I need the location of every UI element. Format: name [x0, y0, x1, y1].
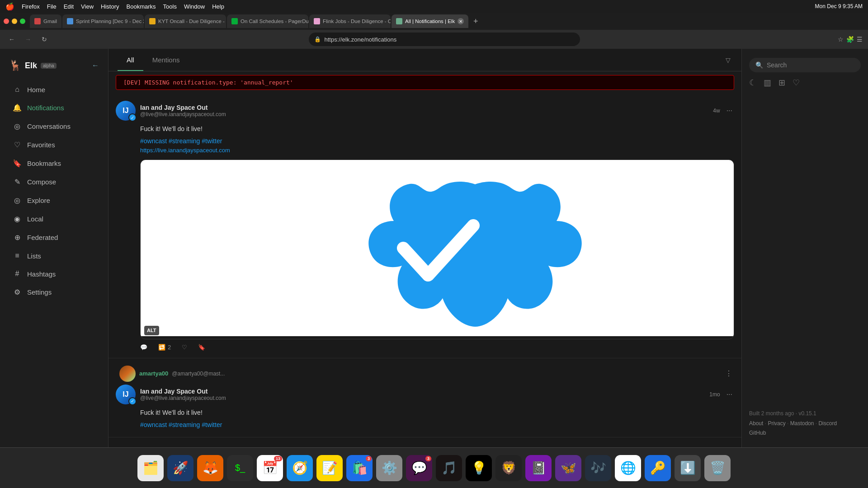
- menu-history[interactable]: History: [101, 3, 119, 10]
- sidebar-item-federated[interactable]: ⊕ Federated: [4, 229, 104, 246]
- hashtag-owncast-1[interactable]: #owncast: [140, 137, 167, 145]
- boost-button-1[interactable]: 🔁 2: [158, 344, 171, 351]
- reload-button[interactable]: ↻: [38, 33, 51, 46]
- dock-slack[interactable]: 💬 3: [406, 455, 432, 481]
- booster-name[interactable]: amartya00: [139, 370, 168, 377]
- footer-links: About · Privacy · Mastodon · Discord Git…: [749, 419, 861, 438]
- tab-elk[interactable]: All | Notifications | Elk ✕: [392, 14, 468, 28]
- dock-clion[interactable]: 🦁: [495, 455, 522, 481]
- dock-finder[interactable]: 🗂️: [137, 455, 164, 481]
- hashtag-twitter-2[interactable]: #twitter: [202, 421, 222, 428]
- dock-chrome[interactable]: 🌐: [615, 455, 641, 481]
- dock-appstore[interactable]: 🛍️ 3: [346, 455, 373, 481]
- tab-sprint[interactable]: Sprint Planning [Dec 9 - Dec 2...: [62, 14, 144, 28]
- dock-launchpad[interactable]: 🚀: [167, 455, 193, 481]
- bookmark-button-1[interactable]: 🔖: [198, 344, 205, 351]
- post-image-1[interactable]: ALT: [140, 160, 734, 339]
- sidebar-item-settings[interactable]: ⚙ Settings: [4, 283, 104, 301]
- dock-calendar[interactable]: 📅 13: [257, 455, 283, 481]
- back-button[interactable]: ←: [5, 33, 18, 46]
- tab-favicon-kyt: [149, 18, 156, 24]
- post-menu-boost[interactable]: ⋮: [723, 367, 734, 380]
- filter-button[interactable]: ▽: [726, 56, 732, 64]
- hashtag-owncast-2[interactable]: #owncast: [140, 421, 167, 428]
- footer-github[interactable]: GitHub: [749, 430, 766, 436]
- hashtag-streaming-2[interactable]: #streaming: [169, 421, 200, 428]
- dock-system[interactable]: ⚙️: [376, 455, 402, 481]
- tab-flink[interactable]: Flink Jobs - Due Diligence - Co...: [309, 14, 391, 28]
- alt-badge-1[interactable]: ALT: [144, 326, 159, 335]
- sidebar-item-favorites[interactable]: ♡ Favorites: [4, 136, 104, 154]
- menu-edit[interactable]: Edit: [64, 3, 74, 10]
- close-button[interactable]: [4, 19, 9, 24]
- dock-trash[interactable]: 🗑️: [704, 455, 731, 481]
- avatar-2[interactable]: IJ ✓: [116, 385, 136, 404]
- moon-icon[interactable]: ☾: [749, 78, 756, 88]
- dock-1password[interactable]: 🔑: [645, 455, 671, 481]
- menu-firefox[interactable]: Firefox: [22, 3, 40, 10]
- footer-about[interactable]: About: [749, 420, 763, 427]
- booster-avatar[interactable]: [119, 366, 136, 382]
- tab-close-elk[interactable]: ✕: [458, 18, 464, 24]
- dock-intellij[interactable]: 💡: [466, 455, 492, 481]
- tab-mentions[interactable]: Mentions: [143, 50, 189, 71]
- sidebar-item-label-bookmarks: Bookmarks: [27, 160, 61, 167]
- reply-button-1[interactable]: 💬: [140, 344, 147, 351]
- footer-privacy[interactable]: Privacy: [768, 420, 785, 427]
- dock-firefox[interactable]: 🦊: [197, 455, 223, 481]
- like-button-1[interactable]: ♡: [182, 344, 187, 351]
- menu-bookmarks[interactable]: Bookmarks: [127, 3, 156, 10]
- menu-file[interactable]: File: [47, 3, 57, 10]
- avatar-1[interactable]: IJ ✓: [116, 101, 136, 121]
- post-menu-2[interactable]: ···: [725, 389, 734, 400]
- tab-gmail[interactable]: Gmail: [30, 14, 61, 28]
- dock-notes[interactable]: 📝: [316, 455, 343, 481]
- menu-window[interactable]: Window: [184, 3, 205, 10]
- sidebar-item-hashtags[interactable]: # Hashtags: [4, 265, 104, 282]
- dock-downloads[interactable]: ⬇️: [675, 455, 701, 481]
- menu-tools[interactable]: Tools: [163, 3, 177, 10]
- sidebar-item-compose[interactable]: ✎ Compose: [4, 173, 104, 191]
- sidebar-item-conversations[interactable]: ◎ Conversations: [4, 117, 104, 135]
- tab-add-button[interactable]: +: [469, 15, 482, 28]
- main-content: All Mentions ▽ [DEV] MISSING notificatio…: [108, 49, 741, 447]
- sidebar-item-lists[interactable]: ≡ Lists: [4, 247, 104, 264]
- menu-help[interactable]: Help: [212, 3, 224, 10]
- fullscreen-button[interactable]: [20, 19, 25, 24]
- sidebar-item-home[interactable]: ⌂ Home: [4, 81, 104, 98]
- sidebar-item-local[interactable]: ◉ Local: [4, 210, 104, 228]
- heart-right-icon[interactable]: ♡: [793, 78, 800, 88]
- post-author-2[interactable]: Ian and Jay Space Out: [140, 388, 705, 395]
- sidebar-back-button[interactable]: ←: [92, 61, 99, 70]
- grid-icon[interactable]: ⊞: [778, 78, 785, 88]
- tab-all[interactable]: All: [118, 50, 143, 71]
- dock-onenote[interactable]: 📓: [525, 455, 552, 481]
- address-bar[interactable]: 🔒 https://elk.zone/notifications: [309, 33, 580, 46]
- apple-menu[interactable]: 🍎: [5, 2, 14, 11]
- dock-safari[interactable]: 🧭: [287, 455, 313, 481]
- forward-button[interactable]: →: [22, 33, 34, 46]
- sidebar-item-notifications[interactable]: 🔔 Notifications: [4, 99, 104, 117]
- columns-icon[interactable]: ▥: [764, 78, 771, 88]
- dock-amazon[interactable]: 🎶: [585, 455, 611, 481]
- dock-terminal[interactable]: $_: [227, 455, 253, 481]
- minimize-button[interactable]: [12, 19, 17, 24]
- dock-emacs[interactable]: 🦋: [555, 455, 581, 481]
- hashtag-streaming-1[interactable]: #streaming: [169, 137, 200, 145]
- menu-view[interactable]: View: [81, 3, 94, 10]
- extensions-icon[interactable]: 🧩: [846, 36, 854, 43]
- sidebar-item-bookmarks[interactable]: 🔖 Bookmarks: [4, 155, 104, 172]
- search-box[interactable]: 🔍 Search: [749, 58, 861, 72]
- tab-pagerduty[interactable]: On Call Schedules - PagerDuty: [227, 14, 308, 28]
- footer-mastodon[interactable]: Mastodon: [790, 420, 814, 427]
- sidebar-item-explore[interactable]: ◎ Explore: [4, 192, 104, 209]
- post-menu-1[interactable]: ···: [725, 105, 734, 117]
- hashtag-twitter-1[interactable]: #twitter: [202, 137, 222, 145]
- dock-spotify[interactable]: 🎵: [436, 455, 462, 481]
- post-author-1[interactable]: Ian and Jay Space Out: [140, 104, 708, 111]
- post-link-1[interactable]: https://live.ianandjayspaceout.com: [140, 146, 734, 155]
- tab-kyt[interactable]: KYT Oncall - Due Diligence - C...: [145, 14, 226, 28]
- bookmark-icon[interactable]: ☆: [838, 36, 844, 43]
- footer-discord[interactable]: Discord: [818, 420, 837, 427]
- menu-icon[interactable]: ☰: [857, 36, 863, 43]
